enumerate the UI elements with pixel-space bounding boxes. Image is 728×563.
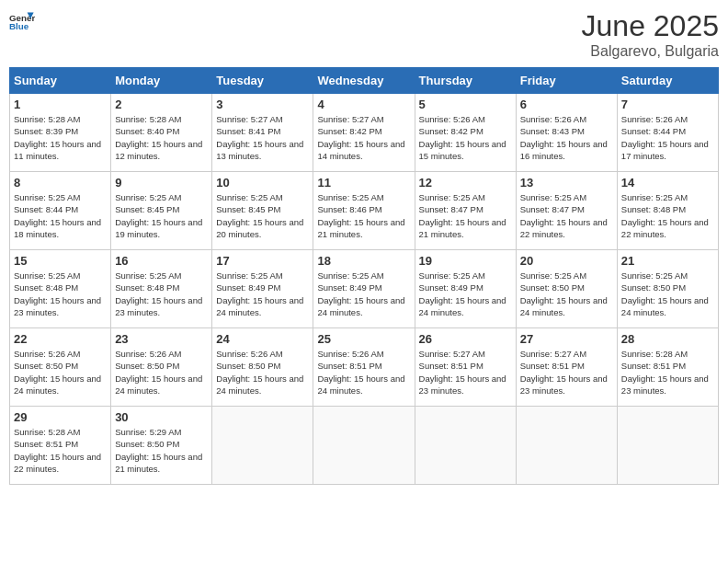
calendar-cell: 6 Sunrise: 5:26 AMSunset: 8:43 PMDayligh…	[516, 94, 617, 172]
day-number: 25	[317, 332, 410, 346]
day-info: Sunrise: 5:25 AMSunset: 8:48 PMDaylight:…	[115, 270, 202, 317]
day-info: Sunrise: 5:27 AMSunset: 8:51 PMDaylight:…	[520, 349, 608, 396]
calendar-cell: 27 Sunrise: 5:27 AMSunset: 8:51 PMDaylig…	[516, 328, 617, 407]
calendar-cell	[516, 407, 617, 485]
calendar-cell: 29 Sunrise: 5:28 AMSunset: 8:51 PMDaylig…	[10, 407, 111, 485]
day-number: 29	[14, 410, 107, 424]
calendar-cell: 23 Sunrise: 5:26 AMSunset: 8:50 PMDaylig…	[111, 328, 212, 407]
day-info: Sunrise: 5:25 AMSunset: 8:44 PMDaylight:…	[14, 192, 101, 239]
day-info: Sunrise: 5:25 AMSunset: 8:50 PMDaylight:…	[520, 270, 608, 317]
day-info: Sunrise: 5:26 AMSunset: 8:44 PMDaylight:…	[621, 114, 709, 161]
day-info: Sunrise: 5:25 AMSunset: 8:48 PMDaylight:…	[621, 192, 709, 239]
logo: General Blue	[9, 9, 35, 35]
day-number: 7	[621, 98, 714, 111]
day-info: Sunrise: 5:25 AMSunset: 8:45 PMDaylight:…	[216, 192, 303, 239]
day-number: 26	[419, 332, 512, 346]
day-number: 20	[520, 254, 613, 268]
day-info: Sunrise: 5:26 AMSunset: 8:42 PMDaylight:…	[419, 114, 506, 161]
day-number: 24	[216, 332, 309, 346]
calendar-week-row-5: 29 Sunrise: 5:28 AMSunset: 8:51 PMDaylig…	[10, 407, 719, 485]
day-number: 6	[520, 98, 613, 111]
calendar-table: SundayMondayTuesdayWednesdayThursdayFrid…	[9, 67, 719, 485]
logo-icon: General Blue	[9, 9, 35, 35]
weekday-header-friday: Friday	[516, 68, 617, 94]
day-number: 21	[621, 254, 714, 268]
calendar-cell: 20 Sunrise: 5:25 AMSunset: 8:50 PMDaylig…	[516, 250, 617, 328]
day-info: Sunrise: 5:28 AMSunset: 8:51 PMDaylight:…	[621, 349, 709, 396]
calendar-cell: 8 Sunrise: 5:25 AMSunset: 8:44 PMDayligh…	[10, 172, 111, 250]
day-number: 10	[216, 176, 309, 190]
weekday-header-saturday: Saturday	[617, 68, 718, 94]
calendar-cell: 3 Sunrise: 5:27 AMSunset: 8:41 PMDayligh…	[212, 94, 313, 172]
day-info: Sunrise: 5:27 AMSunset: 8:41 PMDaylight:…	[216, 114, 303, 161]
weekday-header-wednesday: Wednesday	[313, 68, 415, 94]
calendar-cell: 15 Sunrise: 5:25 AMSunset: 8:48 PMDaylig…	[10, 250, 111, 328]
day-number: 5	[419, 98, 512, 111]
calendar-cell: 22 Sunrise: 5:26 AMSunset: 8:50 PMDaylig…	[10, 328, 111, 407]
calendar-cell: 17 Sunrise: 5:25 AMSunset: 8:49 PMDaylig…	[212, 250, 313, 328]
day-number: 8	[14, 176, 107, 190]
day-number: 12	[419, 176, 512, 190]
calendar-cell: 24 Sunrise: 5:26 AMSunset: 8:50 PMDaylig…	[212, 328, 313, 407]
page-header: General Blue June 2025 Balgarevo, Bulgar…	[9, 9, 719, 60]
calendar-cell: 11 Sunrise: 5:25 AMSunset: 8:46 PMDaylig…	[313, 172, 415, 250]
day-number: 19	[419, 254, 512, 268]
day-info: Sunrise: 5:26 AMSunset: 8:50 PMDaylight:…	[115, 349, 202, 396]
day-number: 14	[621, 176, 714, 190]
day-info: Sunrise: 5:25 AMSunset: 8:47 PMDaylight:…	[419, 192, 506, 239]
day-info: Sunrise: 5:26 AMSunset: 8:51 PMDaylight:…	[317, 349, 404, 396]
calendar-week-row-1: 1 Sunrise: 5:28 AMSunset: 8:39 PMDayligh…	[10, 94, 719, 172]
day-info: Sunrise: 5:25 AMSunset: 8:45 PMDaylight:…	[115, 192, 202, 239]
calendar-cell	[617, 407, 718, 485]
day-number: 13	[520, 176, 613, 190]
calendar-cell	[313, 407, 415, 485]
day-number: 15	[14, 254, 107, 268]
day-number: 30	[115, 410, 208, 424]
day-info: Sunrise: 5:28 AMSunset: 8:40 PMDaylight:…	[115, 114, 202, 161]
day-number: 2	[115, 98, 208, 111]
day-number: 18	[317, 254, 410, 268]
day-number: 1	[14, 98, 107, 111]
day-info: Sunrise: 5:25 AMSunset: 8:48 PMDaylight:…	[14, 270, 101, 317]
weekday-header-row: SundayMondayTuesdayWednesdayThursdayFrid…	[10, 68, 719, 94]
day-number: 27	[520, 332, 613, 346]
day-number: 17	[216, 254, 309, 268]
day-info: Sunrise: 5:26 AMSunset: 8:50 PMDaylight:…	[216, 349, 303, 396]
calendar-cell: 14 Sunrise: 5:25 AMSunset: 8:48 PMDaylig…	[617, 172, 718, 250]
weekday-header-tuesday: Tuesday	[212, 68, 313, 94]
calendar-cell: 10 Sunrise: 5:25 AMSunset: 8:45 PMDaylig…	[212, 172, 313, 250]
day-info: Sunrise: 5:25 AMSunset: 8:49 PMDaylight:…	[317, 270, 404, 317]
day-number: 23	[115, 332, 208, 346]
day-info: Sunrise: 5:28 AMSunset: 8:39 PMDaylight:…	[14, 114, 101, 161]
day-number: 22	[14, 332, 107, 346]
day-info: Sunrise: 5:25 AMSunset: 8:46 PMDaylight:…	[317, 192, 404, 239]
calendar-cell: 9 Sunrise: 5:25 AMSunset: 8:45 PMDayligh…	[111, 172, 212, 250]
calendar-cell: 25 Sunrise: 5:26 AMSunset: 8:51 PMDaylig…	[313, 328, 415, 407]
title-area: June 2025 Balgarevo, Bulgaria	[582, 9, 719, 60]
day-info: Sunrise: 5:29 AMSunset: 8:50 PMDaylight:…	[115, 427, 202, 474]
calendar-week-row-2: 8 Sunrise: 5:25 AMSunset: 8:44 PMDayligh…	[10, 172, 719, 250]
svg-text:Blue: Blue	[9, 21, 29, 31]
calendar-cell	[415, 407, 516, 485]
calendar-week-row-4: 22 Sunrise: 5:26 AMSunset: 8:50 PMDaylig…	[10, 328, 719, 407]
calendar-cell: 2 Sunrise: 5:28 AMSunset: 8:40 PMDayligh…	[111, 94, 212, 172]
location-title: Balgarevo, Bulgaria	[582, 43, 719, 60]
day-number: 28	[621, 332, 714, 346]
calendar-cell: 26 Sunrise: 5:27 AMSunset: 8:51 PMDaylig…	[415, 328, 516, 407]
calendar-cell: 7 Sunrise: 5:26 AMSunset: 8:44 PMDayligh…	[617, 94, 718, 172]
calendar-cell: 12 Sunrise: 5:25 AMSunset: 8:47 PMDaylig…	[415, 172, 516, 250]
calendar-cell: 18 Sunrise: 5:25 AMSunset: 8:49 PMDaylig…	[313, 250, 415, 328]
day-info: Sunrise: 5:25 AMSunset: 8:49 PMDaylight:…	[419, 270, 506, 317]
day-info: Sunrise: 5:26 AMSunset: 8:50 PMDaylight:…	[14, 349, 101, 396]
weekday-header-monday: Monday	[111, 68, 212, 94]
day-number: 3	[216, 98, 309, 111]
calendar-week-row-3: 15 Sunrise: 5:25 AMSunset: 8:48 PMDaylig…	[10, 250, 719, 328]
calendar-cell: 30 Sunrise: 5:29 AMSunset: 8:50 PMDaylig…	[111, 407, 212, 485]
day-info: Sunrise: 5:26 AMSunset: 8:43 PMDaylight:…	[520, 114, 608, 161]
day-info: Sunrise: 5:25 AMSunset: 8:50 PMDaylight:…	[621, 270, 709, 317]
calendar-cell: 28 Sunrise: 5:28 AMSunset: 8:51 PMDaylig…	[617, 328, 718, 407]
day-info: Sunrise: 5:27 AMSunset: 8:51 PMDaylight:…	[419, 349, 506, 396]
day-info: Sunrise: 5:28 AMSunset: 8:51 PMDaylight:…	[14, 427, 101, 474]
calendar-cell: 21 Sunrise: 5:25 AMSunset: 8:50 PMDaylig…	[617, 250, 718, 328]
weekday-header-thursday: Thursday	[415, 68, 516, 94]
